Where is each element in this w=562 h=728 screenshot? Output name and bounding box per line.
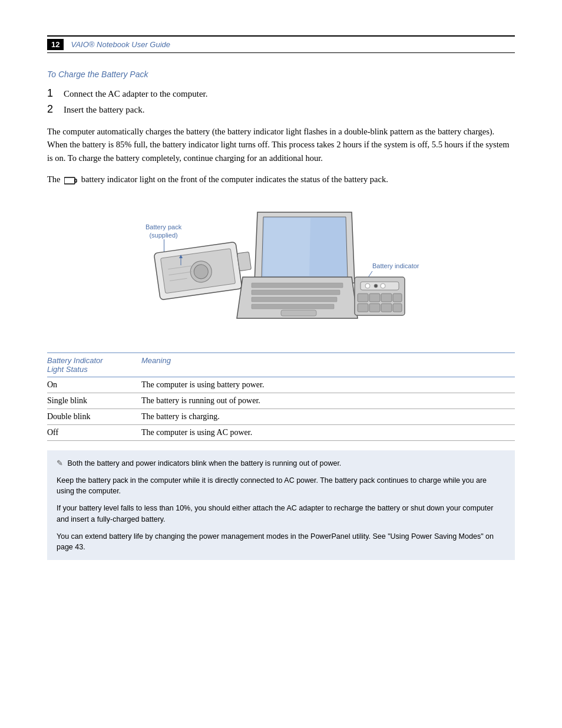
note-2: Keep the battery pack in the computer wh…	[57, 475, 505, 498]
page-header: 12 VAIO® Notebook User Guide	[47, 35, 515, 53]
svg-rect-18	[252, 304, 334, 309]
svg-rect-26	[358, 294, 368, 302]
note-4: You can extend battery life by changing …	[57, 531, 505, 554]
step-num-1: 1	[47, 87, 64, 100]
svg-rect-15	[252, 283, 343, 288]
svg-rect-19	[281, 310, 316, 316]
svg-rect-28	[381, 294, 392, 302]
meaning-double: The battery is charging.	[141, 409, 515, 424]
table-header-row: Battery Indicator Light Status Meaning	[47, 353, 515, 377]
svg-rect-0	[64, 177, 75, 184]
svg-rect-17	[252, 297, 337, 302]
svg-rect-16	[252, 290, 340, 295]
status-double: Double blink	[47, 409, 141, 424]
step-text-1: Connect the AC adapter to the computer.	[64, 89, 208, 99]
svg-rect-33	[393, 304, 402, 312]
status-single: Single blink	[47, 393, 141, 409]
meaning-on: The computer is using battery power.	[141, 377, 515, 393]
svg-point-24	[374, 284, 378, 288]
svg-point-25	[381, 284, 385, 288]
svg-rect-31	[369, 304, 380, 312]
step-item-1: 1 Connect the AC adapter to the computer…	[47, 87, 515, 100]
battery-indicator-text: Battery indicator	[372, 262, 419, 269]
note-3: If your battery level falls to less than…	[57, 503, 505, 525]
page-number: 12	[47, 39, 64, 50]
table-header-status: Battery Indicator Light Status	[47, 353, 141, 377]
table-row-off: Off The computer is using AC power.	[47, 424, 515, 440]
laptop-illustration: Battery indicator	[134, 200, 428, 336]
note-icon-1: ✎	[57, 457, 63, 469]
paragraph-1: The computer automatically charges the b…	[47, 125, 515, 164]
step-item-2: 2 Insert the battery pack.	[47, 103, 515, 116]
table-row-single: Single blink The battery is running out …	[47, 393, 515, 409]
section-heading: To Charge the Battery Pack	[47, 70, 515, 79]
svg-rect-6	[237, 252, 252, 271]
svg-rect-29	[393, 294, 402, 302]
step-num-2: 2	[47, 103, 64, 116]
step-list: 1 Connect the AC adapter to the computer…	[47, 87, 515, 116]
paragraph-2-text-before: The	[47, 174, 61, 184]
svg-rect-32	[381, 304, 392, 312]
note-1: ✎ Both the battery and power indicators …	[57, 457, 505, 469]
battery-indicator-table: Battery Indicator Light Status Meaning O…	[47, 353, 515, 441]
table-header-meaning: Meaning	[141, 353, 515, 377]
battery-inline-icon	[64, 177, 77, 185]
status-on: On	[47, 377, 141, 393]
meaning-off: The computer is using AC power.	[141, 424, 515, 440]
svg-point-23	[365, 284, 370, 288]
step-text-2: Insert the battery pack.	[64, 105, 144, 115]
illustration-section: Battery pack(supplied)	[47, 200, 515, 336]
svg-marker-13	[263, 218, 310, 276]
table-row-on: On The computer is using battery power.	[47, 377, 515, 393]
svg-rect-30	[358, 304, 368, 312]
paragraph-2: The battery indicator light on the front…	[47, 173, 515, 186]
paragraph-2-text-after: battery indicator light on the front of …	[81, 174, 388, 184]
notes-box: ✎ Both the battery and power indicators …	[47, 450, 515, 560]
table-row-double: Double blink The battery is charging.	[47, 409, 515, 424]
table-body: On The computer is using battery power. …	[47, 377, 515, 440]
status-off: Off	[47, 424, 141, 440]
svg-rect-27	[369, 294, 380, 302]
svg-rect-1	[75, 179, 77, 182]
header-title: VAIO® Notebook User Guide	[71, 40, 170, 49]
page: 12 VAIO® Notebook User Guide To Charge t…	[0, 0, 562, 728]
meaning-single: The battery is running out of power.	[141, 393, 515, 409]
